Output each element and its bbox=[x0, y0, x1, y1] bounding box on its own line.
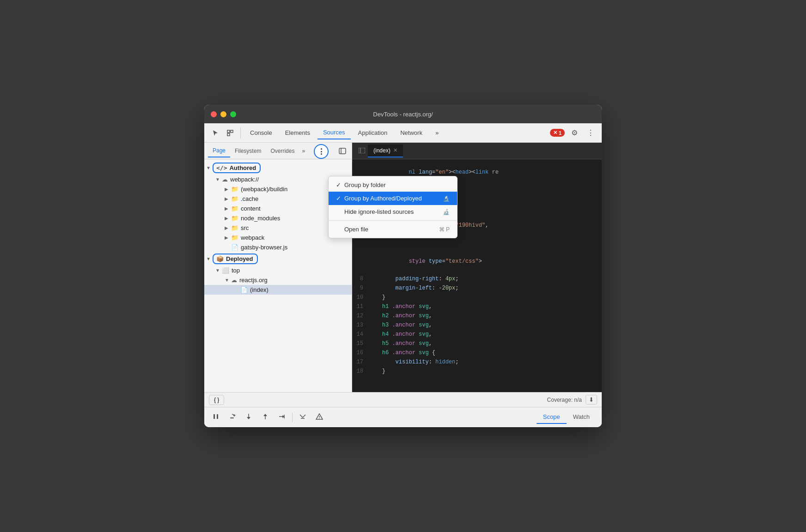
tab-application[interactable]: Application bbox=[353, 127, 393, 139]
menu-item-open-file[interactable]: Open file ⌘ P bbox=[329, 223, 457, 236]
debug-divider bbox=[292, 413, 293, 422]
code-line-10: 10 } bbox=[352, 293, 602, 302]
menu-hide-ignore-listed-label: Hide ignore-listed sources bbox=[344, 208, 441, 215]
menu-separator bbox=[329, 220, 457, 221]
step-out-button[interactable] bbox=[259, 411, 272, 424]
menu-open-file-label: Open file bbox=[344, 226, 430, 233]
webpack-label: webpack:// bbox=[230, 176, 259, 183]
toolbar-right: ✕ 1 ⚙ ⋮ bbox=[550, 126, 597, 139]
pause-on-exceptions-button[interactable] bbox=[313, 411, 326, 424]
tab-overrides[interactable]: Overrides bbox=[266, 145, 299, 157]
more-options-button[interactable]: ⋮ bbox=[584, 126, 597, 139]
svg-rect-1 bbox=[231, 130, 233, 133]
scope-tabs: Scope Watch bbox=[537, 411, 596, 424]
devtools-window: DevTools - reactjs.org/ Console Elements… bbox=[204, 105, 602, 427]
deactivate-breakpoints-button[interactable] bbox=[296, 411, 309, 424]
title-bar: DevTools - reactjs.org/ bbox=[204, 105, 602, 123]
cache-label: .cache bbox=[241, 195, 258, 202]
inspect-icon[interactable] bbox=[224, 127, 237, 139]
top-label: top bbox=[232, 267, 240, 274]
authored-arrow: ▼ bbox=[206, 165, 213, 170]
svg-rect-0 bbox=[227, 130, 230, 133]
folder-icon: 📁 bbox=[231, 205, 238, 212]
tab-filesystem[interactable]: Filesystem bbox=[230, 145, 266, 157]
tab-elements[interactable]: Elements bbox=[280, 127, 316, 139]
folder-icon: 📁 bbox=[231, 195, 238, 202]
menu-item-hide-ignore-listed[interactable]: Hide ignore-listed sources 🔬 bbox=[329, 205, 457, 218]
main-content: Page Filesystem Overrides » ▼ bbox=[204, 143, 602, 392]
gatsby-browser-file[interactable]: ▶ 📄 gatsby-browser.js bbox=[204, 242, 352, 252]
cloud-icon: ☁ bbox=[231, 277, 237, 284]
editor-tabs: (index) ✕ bbox=[352, 143, 602, 159]
code-line-blank1 bbox=[352, 239, 602, 248]
coverage-download-button[interactable]: ⬇ bbox=[586, 395, 597, 405]
main-toolbar: Console Elements Sources Application Net… bbox=[204, 123, 602, 143]
gatsby-browser-label: gatsby-browser.js bbox=[241, 244, 287, 251]
window-title: DevTools - reactjs.org/ bbox=[373, 111, 433, 118]
menu-item-group-by-folder[interactable]: ✓ Group by folder bbox=[329, 178, 457, 192]
reactjs-org-label: reactjs.org bbox=[239, 277, 268, 284]
context-menu-button[interactable] bbox=[314, 144, 329, 159]
step-button[interactable] bbox=[275, 411, 288, 424]
top-frame[interactable]: ▼ ⬜ top bbox=[204, 266, 352, 275]
sidebar-toggle-button[interactable] bbox=[337, 145, 348, 157]
svg-rect-7 bbox=[214, 414, 215, 419]
experiment-icon-2: 🔬 bbox=[443, 209, 450, 215]
box-icon: 📦 bbox=[216, 255, 224, 262]
code-line-13: 13 h3 .anchor svg, bbox=[352, 321, 602, 330]
sidebar-collapse-button[interactable] bbox=[356, 145, 368, 157]
minimize-button[interactable] bbox=[220, 111, 226, 117]
watch-tab[interactable]: Watch bbox=[567, 411, 596, 424]
context-dropdown-menu: ✓ Group by folder ✓ Group by Authored/De… bbox=[328, 176, 458, 238]
index-file[interactable]: ▶ 📄 (index) bbox=[204, 285, 352, 295]
close-button[interactable] bbox=[211, 111, 217, 117]
editor-tab-label: (index) bbox=[373, 147, 391, 154]
panel-tab-more[interactable]: » bbox=[299, 146, 308, 156]
svg-rect-2 bbox=[227, 133, 230, 136]
menu-open-file-shortcut: ⌘ P bbox=[439, 226, 450, 233]
pause-button[interactable] bbox=[210, 411, 222, 423]
html-file-icon: 📄 bbox=[240, 286, 248, 293]
format-button[interactable]: { } bbox=[209, 395, 224, 405]
src-label: src bbox=[241, 224, 249, 231]
step-over-button[interactable] bbox=[226, 411, 238, 424]
menu-group-by-folder-label: Group by folder bbox=[344, 181, 440, 188]
code-line-18: 18 } bbox=[352, 367, 602, 376]
step-into-button[interactable] bbox=[242, 411, 255, 424]
coverage-right: Coverage: n/a ⬇ bbox=[547, 395, 597, 405]
scope-tab[interactable]: Scope bbox=[537, 411, 567, 424]
tab-network[interactable]: Network bbox=[395, 127, 428, 139]
error-x-icon: ✕ bbox=[553, 130, 557, 136]
menu-item-group-authored-deployed[interactable]: ✓ Group by Authored/Deployed 🔬 bbox=[329, 192, 457, 205]
js-file-icon: 📄 bbox=[231, 244, 238, 251]
error-count: 1 bbox=[559, 130, 562, 136]
deployed-group-header[interactable]: ▼ 📦 Deployed bbox=[204, 252, 352, 266]
deployed-label: Deployed bbox=[226, 255, 253, 262]
folder-icon: 📁 bbox=[231, 215, 238, 222]
authored-label: Authored bbox=[229, 164, 256, 171]
status-bar: { } Coverage: n/a ⬇ bbox=[204, 392, 602, 407]
editor-tab-index[interactable]: (index) ✕ bbox=[368, 145, 403, 157]
content-label: content bbox=[241, 205, 261, 212]
code-line-14: 14 h4 .anchor svg, bbox=[352, 330, 602, 339]
error-badge[interactable]: ✕ 1 bbox=[550, 129, 565, 137]
node-modules-label: node_modules bbox=[241, 215, 280, 222]
tab-close-button[interactable]: ✕ bbox=[393, 147, 397, 153]
tab-page[interactable]: Page bbox=[208, 145, 230, 157]
tab-sources[interactable]: Sources bbox=[318, 126, 351, 139]
debug-bar: Scope Watch bbox=[204, 407, 602, 427]
frame-icon: ⬜ bbox=[222, 267, 229, 274]
authored-group-header[interactable]: ▼ </> Authored bbox=[204, 161, 352, 175]
code-line-8: 8 padding-right: 4px; bbox=[352, 275, 602, 284]
cursor-icon[interactable] bbox=[209, 127, 222, 139]
svg-marker-12 bbox=[247, 417, 250, 419]
cloud-icon: ☁ bbox=[222, 176, 228, 183]
reactjs-org[interactable]: ▼ ☁ reactjs.org bbox=[204, 275, 352, 285]
code-line-11: 11 h1 .anchor svg, bbox=[352, 302, 602, 312]
svg-marker-14 bbox=[263, 414, 267, 416]
tab-more[interactable]: » bbox=[430, 127, 444, 139]
maximize-button[interactable] bbox=[230, 111, 236, 117]
settings-button[interactable]: ⚙ bbox=[568, 126, 580, 139]
check-icon: ✓ bbox=[336, 181, 344, 188]
tab-console[interactable]: Console bbox=[244, 127, 278, 139]
